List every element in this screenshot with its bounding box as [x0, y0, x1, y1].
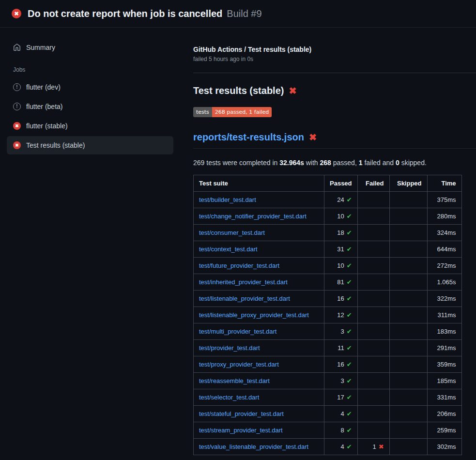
- table-row: test/stateful_provider_test.dart 4✔ 206m…: [194, 406, 462, 422]
- failed-cell: [357, 340, 389, 356]
- time-cell: 291ms: [427, 340, 461, 356]
- check-icon: ✔: [347, 213, 352, 220]
- results-table: Test suite Passed Failed Skipped Time te…: [193, 175, 462, 455]
- table-row: test/value_listenable_provider_test.dart…: [194, 439, 462, 455]
- neutral-status-icon: !: [13, 83, 21, 91]
- section-heading: Test results (stable) ✖: [193, 85, 476, 96]
- test-suite-link[interactable]: test/reassemble_test.dart: [199, 377, 270, 384]
- test-suite-link[interactable]: test/multi_provider_test.dart: [199, 328, 276, 335]
- sidebar-item-summary[interactable]: Summary: [7, 38, 173, 57]
- tests-badge: tests 268 passed, 1 failed: [193, 107, 272, 117]
- table-row: test/selector_test.dart 17✔ 331ms: [194, 389, 462, 406]
- col-header-test-suite: Test suite: [194, 175, 324, 192]
- sidebar-item-label: Test results (stable): [26, 141, 85, 149]
- test-suite-link[interactable]: test/listenable_provider_test.dart: [199, 295, 290, 302]
- failed-cell: [357, 323, 389, 340]
- time-cell: 359ms: [427, 356, 461, 373]
- report-file-link[interactable]: reports/test-results.json: [193, 132, 304, 143]
- table-row: test/stream_provider_test.dart 8✔ 259ms: [194, 422, 462, 439]
- time-cell: 311ms: [427, 307, 461, 323]
- passed-cell: 17✔: [324, 389, 358, 406]
- failed-cell: [357, 389, 389, 406]
- summary-passed: 268: [320, 159, 331, 167]
- test-suite-link[interactable]: test/inherited_provider_test.dart: [199, 278, 288, 286]
- skipped-cell: [389, 192, 427, 208]
- sidebar-item-flutter-dev[interactable]: ! flutter (dev): [7, 78, 173, 96]
- check-icon: ✔: [347, 311, 352, 319]
- skipped-cell: [389, 389, 427, 406]
- test-suite-link[interactable]: test/provider_test.dart: [199, 344, 260, 352]
- test-suite-link[interactable]: test/listenable_proxy_provider_test.dart: [199, 311, 309, 319]
- main-content: GitHub Actions / Test results (stable) f…: [179, 28, 476, 455]
- passed-cell: 4✔: [324, 406, 358, 422]
- summary-failed: 1: [359, 159, 363, 167]
- failed-cell: [357, 406, 389, 422]
- skipped-cell: [389, 323, 427, 340]
- check-icon: ✔: [347, 245, 352, 253]
- failed-cell: 1✖: [357, 439, 389, 455]
- sidebar-item-test-results-stable[interactable]: ✖ Test results (stable): [7, 136, 173, 154]
- passed-cell: 3✔: [324, 373, 358, 389]
- check-icon: ✔: [347, 377, 352, 384]
- table-row: test/listenable_proxy_provider_test.dart…: [194, 307, 462, 323]
- failed-cell: [357, 241, 389, 258]
- table-row: test/change_notifier_provider_test.dart …: [194, 208, 462, 225]
- skipped-cell: [389, 340, 427, 356]
- time-cell: 206ms: [427, 406, 461, 422]
- sidebar-item-flutter-beta[interactable]: ! flutter (beta): [7, 97, 173, 116]
- test-suite-link[interactable]: test/stateful_provider_test.dart: [199, 410, 284, 417]
- failed-cell: [357, 422, 389, 439]
- test-suite-link[interactable]: test/proxy_provider_test.dart: [199, 361, 279, 368]
- passed-cell: 16✔: [324, 356, 358, 373]
- test-suite-link[interactable]: test/stream_provider_test.dart: [199, 427, 283, 434]
- summary-skipped: 0: [396, 159, 399, 167]
- failed-cell: [357, 258, 389, 274]
- skipped-cell: [389, 356, 427, 373]
- time-cell: 322ms: [427, 291, 461, 307]
- home-icon: [13, 44, 21, 51]
- passed-cell: 18✔: [324, 225, 358, 241]
- check-icon: ✔: [347, 328, 352, 335]
- run-meta: failed 5 hours ago in 0s: [193, 56, 476, 62]
- failed-cell: [357, 291, 389, 307]
- sidebar-item-flutter-stable[interactable]: ✖ flutter (stable): [7, 117, 173, 135]
- skipped-cell: [389, 373, 427, 389]
- passed-cell: 31✔: [324, 241, 358, 258]
- test-suite-link[interactable]: test/future_provider_test.dart: [199, 262, 279, 269]
- x-icon: ✖: [379, 443, 384, 450]
- passed-cell: 24✔: [324, 192, 358, 208]
- time-cell: 1.065s: [427, 274, 461, 291]
- failed-x-icon: ✖: [309, 133, 317, 142]
- test-suite-link[interactable]: test/value_listenable_provider_test.dart: [199, 443, 308, 450]
- test-suite-link[interactable]: test/consumer_test.dart: [199, 229, 265, 236]
- col-header-skipped: Skipped: [389, 175, 427, 192]
- time-cell: 331ms: [427, 389, 461, 406]
- test-suite-link[interactable]: test/builder_test.dart: [199, 196, 256, 203]
- failed-cell: [357, 274, 389, 291]
- col-header-time: Time: [427, 175, 461, 192]
- skipped-cell: [389, 406, 427, 422]
- check-icon: ✔: [347, 427, 352, 434]
- passed-cell: 12✔: [324, 307, 358, 323]
- check-icon: ✔: [347, 295, 352, 302]
- test-suite-link[interactable]: test/context_test.dart: [199, 245, 258, 253]
- failed-cell: [357, 225, 389, 241]
- sidebar-item-label: flutter (beta): [26, 103, 62, 110]
- passed-cell: 8✔: [324, 422, 358, 439]
- failed-x-icon: ✖: [289, 86, 296, 95]
- test-suite-link[interactable]: test/change_notifier_provider_test.dart: [199, 213, 307, 220]
- time-cell: 280ms: [427, 208, 461, 225]
- time-cell: 272ms: [427, 258, 461, 274]
- sidebar-item-label: flutter (dev): [26, 83, 61, 91]
- test-suite-link[interactable]: test/selector_test.dart: [199, 394, 259, 401]
- build-number: Build #9: [227, 8, 261, 19]
- table-row: test/proxy_provider_test.dart 16✔ 359ms: [194, 356, 462, 373]
- sidebar-item-label: flutter (stable): [26, 122, 68, 130]
- summary-line: 269 tests were completed in 32.964s with…: [193, 159, 476, 167]
- passed-cell: 11✔: [324, 340, 358, 356]
- table-row: test/reassemble_test.dart 3✔ 185ms: [194, 373, 462, 389]
- build-failed-status-icon: ✖: [12, 9, 21, 18]
- time-cell: 259ms: [427, 422, 461, 439]
- failed-cell: [357, 356, 389, 373]
- table-row: test/provider_test.dart 11✔ 291ms: [194, 340, 462, 356]
